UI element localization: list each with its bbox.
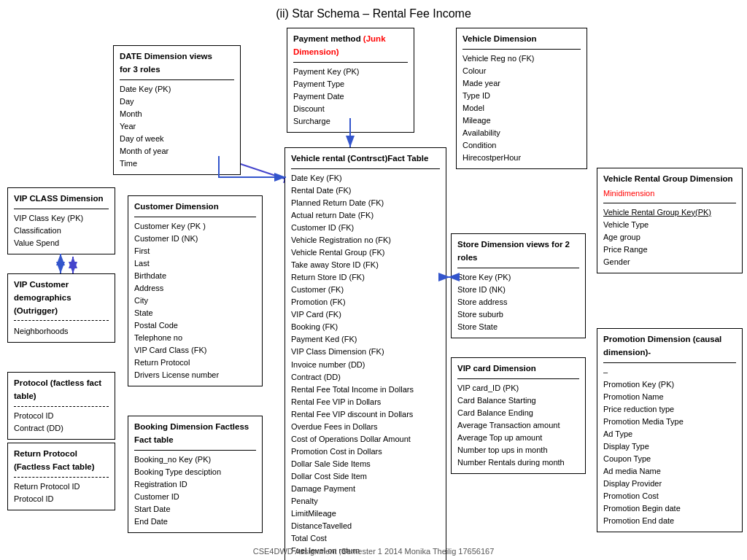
vehicle-item: Model bbox=[462, 102, 581, 114]
fact-item: VIP Card (FK) bbox=[291, 308, 440, 321]
vip-class-item: VIP Class Key (PK) bbox=[14, 212, 109, 225]
fact-table-title: Vehicle rental (Contrsct)Fact Table bbox=[291, 152, 440, 166]
customer-item: Return Protocol bbox=[134, 357, 256, 369]
payment-method-title: Payment method (JunkDimension) bbox=[293, 33, 408, 59]
fact-item: DistanceTavelled bbox=[291, 520, 440, 532]
fact-item: Dollar Cost Side Item bbox=[291, 470, 440, 483]
fact-item: Actual return Date (FK) bbox=[291, 209, 440, 222]
return-protocol-item: Protocol ID bbox=[14, 493, 109, 505]
customer-item: First bbox=[134, 245, 256, 257]
vrg-item: Price Range bbox=[603, 244, 736, 256]
customer-item: State bbox=[134, 307, 256, 319]
fact-item: Date Key (FK) bbox=[291, 172, 440, 184]
vip-class-title: VIP CLASS Dimension bbox=[14, 192, 109, 206]
booking-item: Customer ID bbox=[134, 491, 256, 503]
payment-item: Discount bbox=[293, 103, 408, 115]
payment-item: Surcharge bbox=[293, 115, 408, 128]
fact-item: Penalty bbox=[291, 495, 440, 508]
vehicle-rental-group-title: Vehicle Rental Group Dimension bbox=[603, 173, 736, 186]
customer-item: Customer Key (PK ) bbox=[134, 220, 256, 233]
store-item: Store Key (PK) bbox=[457, 271, 579, 284]
fact-item: Promotion Cost in Dollars bbox=[291, 446, 440, 458]
promotion-item: – bbox=[603, 366, 736, 378]
store-item: Store address bbox=[457, 296, 579, 308]
store-item: Store ID (NK) bbox=[457, 284, 579, 296]
vrg-item: Age group bbox=[603, 231, 736, 244]
date-dimension-item: Time bbox=[120, 158, 234, 170]
vehicle-dimension-title: Vehicle Dimension bbox=[462, 33, 581, 46]
fact-item: Rental Fee VIP discount in Dollars bbox=[291, 408, 440, 421]
fact-item: Customer (FK) bbox=[291, 284, 440, 296]
promotion-item: Price reduction type bbox=[603, 403, 736, 416]
customer-item: Drivers License number bbox=[134, 369, 256, 381]
vip-card-item: Card Balance Starting bbox=[457, 394, 579, 407]
customer-item: City bbox=[134, 295, 256, 307]
fact-item: Return Store ID (FK) bbox=[291, 271, 440, 284]
vehicle-rental-group-box: Vehicle Rental Group Dimension Minidimen… bbox=[597, 168, 743, 273]
promotion-item: Promotion Key (PK) bbox=[603, 378, 736, 391]
promotion-item: Ad Type bbox=[603, 428, 736, 440]
promotion-item: Promotion Media Type bbox=[603, 416, 736, 428]
protocol-factless-box: Protocol (factless fact table) Protocol … bbox=[7, 372, 115, 440]
date-dimension-item: Year bbox=[120, 120, 234, 133]
fact-item: Rental Fee VIP in Dollars bbox=[291, 396, 440, 408]
fact-item: Invoice number (DD) bbox=[291, 359, 440, 371]
customer-item: Address bbox=[134, 282, 256, 295]
promotion-item: Ad media Name bbox=[603, 465, 736, 478]
promotion-item: Display Type bbox=[603, 440, 736, 453]
date-dimension-item: Month bbox=[120, 108, 234, 120]
payment-item: Payment Key (PK) bbox=[293, 66, 408, 78]
minidimension-label: Minidimension bbox=[603, 187, 736, 200]
store-dimension-title: Store Dimension views for 2 roles bbox=[457, 238, 579, 265]
vehicle-dimension-box: Vehicle Dimension Vehicle Reg no (FK) Co… bbox=[456, 28, 587, 169]
vip-card-item: Card Balance Ending bbox=[457, 407, 579, 419]
fact-item: Damage Payment bbox=[291, 483, 440, 495]
vip-demographics-item: Neighborhoods bbox=[14, 324, 109, 338]
footer: CSE4DWD Assignment ,Semester 1 2014 Moni… bbox=[0, 547, 747, 556]
vehicle-item: HirecostperHour bbox=[462, 152, 581, 164]
booking-dimension-box: Booking Dimension Factless Fact table Bo… bbox=[128, 416, 263, 533]
booking-dimension-title: Booking Dimension Factless Fact table bbox=[134, 421, 256, 447]
fact-item: Take away Store ID (FK) bbox=[291, 259, 440, 271]
booking-item: End Date bbox=[134, 516, 256, 528]
date-dimension-item: Day of week bbox=[120, 133, 234, 145]
vip-demographics-title: VIP Customer demographics (Outrigger) bbox=[14, 279, 109, 317]
promotion-item: Coupon Type bbox=[603, 453, 736, 465]
vip-card-item: VIP card_ID (PK) bbox=[457, 382, 579, 394]
booking-item: Booking_no Key (PK) bbox=[134, 454, 256, 466]
customer-dimension-box: Customer Dimension Customer Key (PK ) Cu… bbox=[128, 195, 263, 386]
customer-item: Last bbox=[134, 257, 256, 270]
booking-item: Registration ID bbox=[134, 478, 256, 491]
vip-card-item: Average Top up amount bbox=[457, 432, 579, 444]
vip-card-title: VIP card Dimension bbox=[457, 362, 579, 376]
protocol-item: Contract (DD) bbox=[14, 422, 109, 435]
vehicle-item: Vehicle Reg no (FK) bbox=[462, 52, 581, 65]
fact-item: VIP Class Dimension (FK) bbox=[291, 346, 440, 358]
promotion-item: Promotion Begin date bbox=[603, 502, 736, 515]
vip-class-item: Classification bbox=[14, 225, 109, 237]
fact-item: Customer ID (FK) bbox=[291, 222, 440, 234]
fact-table-box: Vehicle rental (Contrsct)Fact Table Date… bbox=[285, 147, 446, 560]
date-dimension-item: Month of year bbox=[120, 145, 234, 158]
protocol-item: Protocol ID bbox=[14, 410, 109, 422]
date-dimension-title: DATE Dimension viewsfor 3 roles bbox=[120, 50, 234, 77]
promotion-item: Promotion End date bbox=[603, 515, 736, 527]
fact-item: Total Cost bbox=[291, 532, 440, 545]
fact-item: Rental Fee Total Income in Dollars bbox=[291, 384, 440, 396]
store-item: Store State bbox=[457, 321, 579, 333]
payment-method-box: Payment method (JunkDimension) Payment K… bbox=[287, 28, 414, 133]
customer-item: Postal Code bbox=[134, 319, 256, 332]
promotion-title: Promotion Dimension (causal dimension)- bbox=[603, 333, 736, 359]
payment-item: Payment Type bbox=[293, 78, 408, 90]
date-dimension-box: DATE Dimension viewsfor 3 roles Date Key… bbox=[113, 45, 241, 175]
vehicle-item: Type ID bbox=[462, 90, 581, 102]
customer-item: Telephone no bbox=[134, 332, 256, 344]
promotion-dimension-box: Promotion Dimension (causal dimension)- … bbox=[597, 328, 743, 532]
vehicle-item: Made year bbox=[462, 77, 581, 90]
fact-item: Rental Date (FK) bbox=[291, 184, 440, 197]
vehicle-item: Mileage bbox=[462, 114, 581, 127]
fact-item: Payment Ked (FK) bbox=[291, 333, 440, 346]
fact-item: LimitMileage bbox=[291, 508, 440, 520]
vehicle-item: Condition bbox=[462, 139, 581, 152]
fact-item: Planned Return Date (FK) bbox=[291, 197, 440, 209]
